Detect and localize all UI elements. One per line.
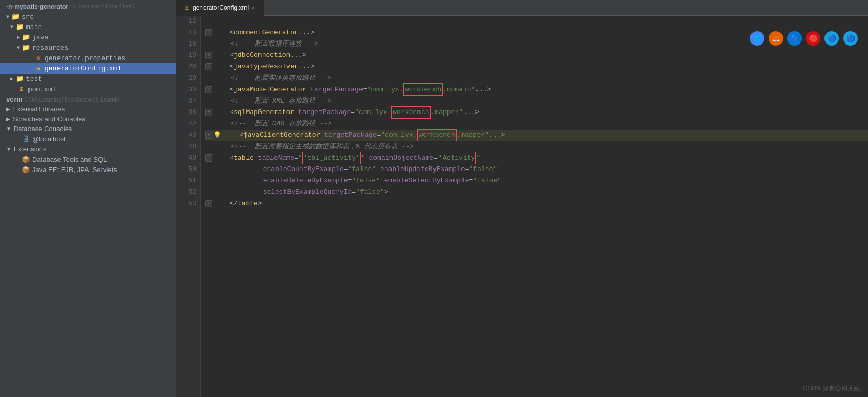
fold-button-53[interactable]: - <box>205 200 212 207</box>
fold-button-49[interactable]: - <box>205 154 212 162</box>
sidebar-label-external-libs: External Libraries <box>12 105 65 113</box>
xml-icon: ⊞ <box>18 85 26 93</box>
chevron-right-icon: ▶ <box>6 106 10 112</box>
sidebar-item-java-ee[interactable]: 📦 Java EE: EJB, JPA, Servlets <box>0 164 176 175</box>
code-line-42: <!-- 配置 DAO 存放路径 --> <box>205 118 868 130</box>
sidebar-label-main: main <box>26 23 42 31</box>
code-line-29: <!-- 配置实体类存放路径 --> <box>205 73 868 84</box>
fold-button-26[interactable]: + <box>205 63 212 70</box>
code-line-37: <!-- 配置 XML 存放路径 --> <box>205 95 868 107</box>
fold-button-30[interactable]: + <box>205 86 212 93</box>
sidebar-item-db-tools[interactable]: 📦 Database Tools and SQL <box>0 154 176 164</box>
edge-icon[interactable]: 🔵 <box>787 31 802 46</box>
browser-icons-bar: 🌐 🦊 🔵 🔴 🔵 🔵 <box>750 31 858 46</box>
sidebar-label-src: src <box>22 13 34 21</box>
folder-icon: 📁 <box>16 75 24 83</box>
chevron-right-icon: ▶ <box>6 116 10 122</box>
sidebar-label-test: test <box>26 75 42 83</box>
folder-icon: 📁 <box>22 33 30 41</box>
chrome-icon[interactable]: 🌐 <box>750 31 764 46</box>
chevron-down-icon: ▼ <box>17 45 20 51</box>
sidebar-item-db-consoles[interactable]: ▼ Database Consoles <box>0 124 176 134</box>
code-line-43: + 💡 <javaClientGenerator targetPackage="… <box>205 130 868 141</box>
sidebar-item-vcrm[interactable]: vcrm C:\MyLearningFiles\JavaWeb-Learnin <box>0 94 176 104</box>
sidebar-label-extensions: Extensions <box>13 145 47 153</box>
code-line-50: enableCountByExample="false" enableUpdat… <box>205 164 868 175</box>
project-path: C:\MyLearningFiles\ <box>70 4 135 10</box>
sidebar-label-java-ee: Java EE: EJB, JPA, Servlets <box>32 166 117 174</box>
sidebar: -n-mybatis-generator C:\MyLearningFiles\… <box>0 0 176 397</box>
ie-icon[interactable]: 🔵 <box>824 31 839 46</box>
line-numbers: 12 13 18 19 26 29 30 37 38 42 43 48 49 5… <box>176 16 201 397</box>
chevron-right-icon: ▶ <box>17 34 20 40</box>
sidebar-item-localhost[interactable]: 🗄 @localhost <box>0 134 176 144</box>
code-line-30: + <javaModelGenerator targetPackage="com… <box>205 84 868 95</box>
sidebar-label-generator-props: generator.properties <box>45 54 125 62</box>
project-root[interactable]: -n-mybatis-generator C:\MyLearningFiles\ <box>0 2 176 11</box>
fold-button-38[interactable]: + <box>205 109 212 116</box>
xml-icon: ⊞ <box>34 64 42 73</box>
sidebar-item-generator-props[interactable]: ⚙ generator.properties <box>0 53 176 63</box>
sidebar-label-java: java <box>32 34 48 41</box>
sidebar-item-src[interactable]: ▼ 📁 src <box>0 11 176 22</box>
chevron-down-icon: ▼ <box>6 14 9 20</box>
sidebar-item-external-libs[interactable]: ▶ External Libraries <box>0 104 176 114</box>
code-line-53: - </table> <box>205 198 868 209</box>
fold-button-13[interactable]: + <box>205 29 212 36</box>
tab-bar: ⊞ generatorConfig.xml × <box>176 0 868 16</box>
code-line-49: - <table tableName="'tbl_activity'" doma… <box>205 152 868 164</box>
firefox-icon[interactable]: 🦊 <box>769 31 783 46</box>
project-root-label: -n-mybatis-generator <box>6 3 68 10</box>
sidebar-label-db-consoles: Database Consoles <box>13 125 72 133</box>
code-line-48: <!-- 配置需要指定生成的数据库和表，% 代表所有表 --> <box>205 141 868 152</box>
code-area: 12 13 18 19 26 29 30 37 38 42 43 48 49 5… <box>176 16 868 397</box>
code-line-12 <box>205 16 868 27</box>
editor: ⊞ generatorConfig.xml × 12 13 18 19 26 2… <box>176 0 868 397</box>
folder-icon: 📁 <box>16 23 24 31</box>
tab-label: generatorConfig.xml <box>193 4 249 11</box>
plugin-icon: 📦 <box>22 165 30 174</box>
sidebar-label-localhost: @localhost <box>32 135 66 143</box>
chevron-down-icon: ▼ <box>6 146 11 152</box>
chevron-right-icon: ▼ <box>10 24 13 30</box>
code-line-26: + <javaTypeResolver...> <box>205 61 868 73</box>
db-icon: 🗄 <box>22 135 30 143</box>
properties-icon: ⚙ <box>34 54 42 62</box>
sidebar-label-db-tools: Database Tools and SQL <box>32 155 107 163</box>
sidebar-label-scratches: Scratches and Consoles <box>12 115 85 123</box>
vcrm-label: vcrm <box>6 95 22 103</box>
brave-icon[interactable]: 🔵 <box>843 31 858 46</box>
code-line-38: + <sqlMapGenerator targetPackage="com.ly… <box>205 107 868 118</box>
sidebar-item-generator-config[interactable]: ⊞ generatorConfig.xml <box>0 63 176 74</box>
code-line-51: enableDeleteByExample="false" enableSele… <box>205 175 868 187</box>
sidebar-item-resources[interactable]: ▼ 📁 resources <box>0 42 176 53</box>
chevron-right-icon: ▶ <box>10 76 13 82</box>
fold-button-43[interactable]: + <box>205 132 212 139</box>
tab-close-button[interactable]: × <box>252 5 255 11</box>
plugin-icon: 📦 <box>22 155 30 163</box>
opera-icon[interactable]: 🔴 <box>806 31 820 46</box>
xml-tab-icon: ⊞ <box>184 4 190 11</box>
sidebar-item-java[interactable]: ▶ 📁 java <box>0 32 176 42</box>
sidebar-label-generator-config: generatorConfig.xml <box>45 65 121 73</box>
code-line-52: selectByExampleQueryId="false"> <box>205 187 868 198</box>
sidebar-label-pom: pom.xml <box>28 86 56 93</box>
vcrm-path: C:\MyLearningFiles\JavaWeb-Learnin <box>24 96 120 103</box>
tab-generator-config[interactable]: ⊞ generatorConfig.xml × <box>176 0 264 16</box>
fold-button-19[interactable]: + <box>205 52 212 59</box>
code-line-19: + <jdbcConnection...> <box>205 50 868 61</box>
sidebar-item-test[interactable]: ▶ 📁 test <box>0 74 176 84</box>
sidebar-item-extensions[interactable]: ▼ Extensions <box>0 144 176 154</box>
code-lines: + <commentGenerator...> <!-- 配置数据库连接 -->… <box>201 16 868 397</box>
sidebar-item-main[interactable]: ▼ 📁 main <box>0 22 176 32</box>
lightbulb-icon: 💡 <box>213 130 221 141</box>
watermark: CSDN @素心如月娅 <box>803 384 860 393</box>
folder-icon: 📁 <box>22 44 30 52</box>
folder-icon: 📁 <box>11 12 20 21</box>
sidebar-item-pom[interactable]: ⊞ pom.xml <box>0 84 176 94</box>
sidebar-item-scratches[interactable]: ▶ Scratches and Consoles <box>0 114 176 124</box>
chevron-down-icon: ▼ <box>6 126 11 132</box>
sidebar-label-resources: resources <box>32 44 68 52</box>
